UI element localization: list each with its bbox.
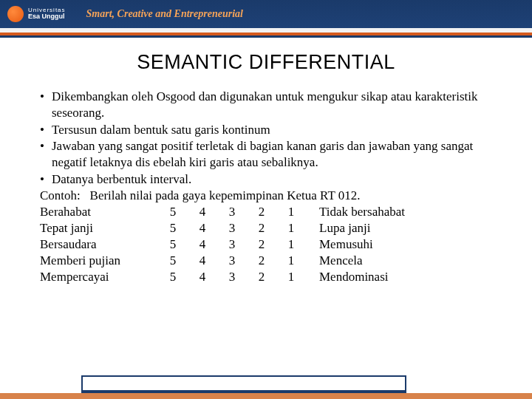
scale-number: 3 xyxy=(217,236,247,253)
scale-right: Tidak bersahabat xyxy=(306,204,405,220)
scale-right: Lupa janji xyxy=(306,220,370,236)
scale-number: 4 xyxy=(188,236,217,253)
logo-text: Universitas Esa Unggul xyxy=(28,7,66,21)
table-row: Berahabat 5 4 3 2 1 Tidak bersahabat xyxy=(40,204,505,220)
scale-left: Berahabat xyxy=(40,204,158,220)
slide-content: SEMANTIC DIFFERENTIAL Dikembangkan oleh … xyxy=(0,38,532,285)
logo-line2: Esa Unggul xyxy=(28,13,66,21)
scale-number: 5 xyxy=(158,236,188,253)
scale-right: Mendominasi xyxy=(306,269,389,285)
scale-number: 2 xyxy=(247,236,276,253)
scale-number: 3 xyxy=(217,204,247,220)
scale-number: 1 xyxy=(276,220,306,236)
scale-number: 5 xyxy=(158,269,188,285)
scale-left: Memberi pujian xyxy=(40,253,158,269)
scale-number: 5 xyxy=(158,204,188,220)
scale-number: 2 xyxy=(247,220,276,236)
slide-title: SEMANTIC DIFFERENTIAL xyxy=(27,51,505,74)
scale-number: 3 xyxy=(217,253,247,269)
example-text: Berilah nilai pada gaya kepemimpinan Ket… xyxy=(90,188,361,202)
scale-number: 3 xyxy=(217,269,247,285)
table-row: Tepat janji 5 4 3 2 1 Lupa janji xyxy=(40,220,505,236)
bullet-item: Jawaban yang sangat positif terletak di … xyxy=(40,138,505,171)
scale-number: 2 xyxy=(247,253,276,269)
bullet-item: Datanya berbentuk interval. xyxy=(40,171,505,188)
header-bar: Universitas Esa Unggul Smart, Creative a… xyxy=(0,0,532,28)
logo: Universitas Esa Unggul xyxy=(7,6,66,22)
table-row: Mempercayai 5 4 3 2 1 Mendominasi xyxy=(40,269,505,285)
scale-number: 1 xyxy=(276,253,306,269)
scale-right: Memusuhi xyxy=(306,236,373,253)
scale-left: Bersaudara xyxy=(40,236,158,253)
scale-number: 5 xyxy=(158,253,188,269)
scale-number: 4 xyxy=(188,204,217,220)
header-tagline: Smart, Creative and Entrepreneurial xyxy=(86,8,243,20)
scale-number: 2 xyxy=(247,269,276,285)
bullet-list: Dikembangkan oleh Osgood dan digunakan u… xyxy=(27,89,505,188)
scale-number: 3 xyxy=(217,220,247,236)
scale-number: 4 xyxy=(188,220,217,236)
table-row: Bersaudara 5 4 3 2 1 Memusuhi xyxy=(40,236,505,253)
scale-number: 1 xyxy=(276,204,306,220)
footer-box xyxy=(81,375,406,393)
scale-number: 4 xyxy=(188,253,217,269)
scale-left: Tepat janji xyxy=(40,220,158,236)
footer-strip xyxy=(0,393,532,399)
footer xyxy=(0,372,532,399)
scale-left: Mempercayai xyxy=(40,269,158,285)
scale-number: 1 xyxy=(276,269,306,285)
bullet-item: Tersusun dalam bentuk satu garis kontinu… xyxy=(40,122,505,138)
bullet-item: Dikembangkan oleh Osgood dan digunakan u… xyxy=(40,89,505,121)
scale-number: 5 xyxy=(158,220,188,236)
logo-icon xyxy=(7,6,24,22)
scale-number: 1 xyxy=(276,236,306,253)
example-line: Contoh: Berilah nilai pada gaya kepemimp… xyxy=(27,188,505,203)
scale-table: Berahabat 5 4 3 2 1 Tidak bersahabat Tep… xyxy=(27,204,505,285)
table-row: Memberi pujian 5 4 3 2 1 Mencela xyxy=(40,253,505,269)
scale-number: 4 xyxy=(188,269,217,285)
example-label: Contoh: xyxy=(40,188,81,202)
scale-number: 2 xyxy=(247,204,276,220)
scale-right: Mencela xyxy=(306,253,363,269)
